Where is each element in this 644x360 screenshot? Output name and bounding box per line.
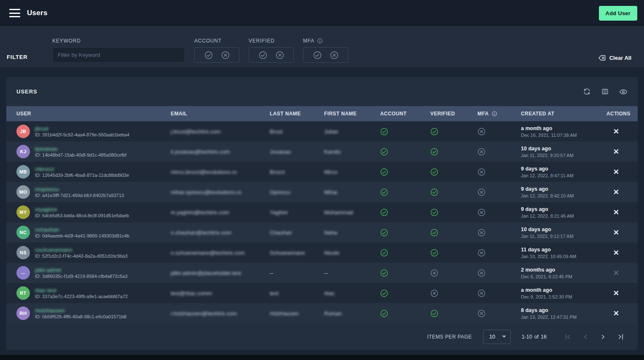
mfa-no-toggle[interactable] — [330, 51, 338, 59]
visibility-icon[interactable] — [619, 88, 628, 96]
delete-user-button[interactable]: ✕ — [612, 248, 620, 257]
created-relative: 10 days ago — [521, 227, 606, 232]
user-last-name: Yaghini — [270, 209, 287, 216]
keyword-input[interactable] — [52, 47, 185, 63]
verified-status-icon — [430, 208, 478, 216]
created-absolute: Jan 12, 2022, 8:21:45 AM — [521, 213, 606, 219]
account-yes-toggle[interactable] — [204, 51, 213, 59]
delete-user-button[interactable]: ✕ — [612, 228, 620, 237]
table-row: JB jbrust ID: 391b4d2f-5c92-4aa4-879e-55… — [6, 121, 638, 141]
user-name[interactable]: moprescu — [35, 187, 59, 192]
delete-user-button[interactable]: ✕ — [612, 208, 620, 217]
table-view-icon[interactable] — [601, 88, 609, 96]
clear-all-label: Clear All — [609, 55, 631, 61]
created-absolute: Jan 12, 2022, 8:47:11 AM — [521, 173, 606, 178]
delete-user-button[interactable]: ✕ — [612, 269, 620, 277]
first-page-button[interactable] — [564, 333, 572, 341]
user-first-name: Mihai — [324, 189, 337, 195]
avatar: JB — [16, 125, 30, 138]
mfa-toggle-group — [303, 47, 348, 63]
verified-status-icon — [430, 309, 478, 317]
info-icon — [491, 111, 497, 117]
user-id: ID: 337a3e7c-4223-49f9-a9e1-acaebbfd7a72 — [35, 294, 128, 299]
created-relative: 2 months ago — [521, 267, 606, 273]
user-name[interactable]: nchauhan — [35, 227, 59, 232]
pagination-bar: ITEMS PER PAGE 10 1-10of16 — [6, 323, 638, 350]
user-last-name: Oprescu — [270, 189, 290, 195]
account-filter: ACCOUNT — [194, 38, 239, 63]
menu-icon[interactable] — [9, 9, 20, 17]
mfa-yes-toggle[interactable] — [313, 51, 322, 59]
created-at-cell: 9 days ago Jan 12, 2022, 8:47:11 AM — [521, 166, 606, 178]
avatar: -- — [16, 266, 30, 280]
user-name[interactable]: plikt-admin — [35, 267, 62, 273]
delete-user-button[interactable]: ✕ — [612, 127, 620, 136]
table-header: USER EMAIL LAST NAME FIRST NAME ACCOUNT … — [6, 106, 638, 121]
created-relative: 9 days ago — [521, 186, 606, 192]
user-id: ID: a41e3fff-7d21-459d-bfcf-8402b7a93713 — [35, 193, 124, 198]
account-status-icon — [380, 289, 430, 297]
account-no-toggle[interactable] — [221, 51, 230, 59]
user-last-name: Schuenemann — [270, 250, 305, 256]
created-absolute: Jan 11, 2022, 9:12:17 AM — [521, 234, 606, 239]
verified-status-icon — [430, 148, 478, 156]
user-last-name: Chauhan — [270, 229, 292, 236]
delete-user-button[interactable]: ✕ — [612, 309, 620, 318]
user-name[interactable]: rbac-test — [35, 288, 56, 293]
user-last-name: Holzhausen — [270, 310, 299, 317]
next-page-button[interactable] — [599, 333, 607, 341]
user-first-name: Mohammad — [324, 209, 353, 216]
user-name[interactable]: jbrust — [35, 126, 48, 131]
user-name[interactable]: kjovaisas — [35, 146, 57, 152]
card-header: USERS — [6, 77, 638, 106]
created-relative: 8 days ago — [521, 307, 606, 313]
delete-user-button[interactable]: ✕ — [612, 147, 620, 156]
top-bar: Users Add User — [0, 0, 644, 26]
previous-page-button[interactable] — [581, 333, 590, 341]
created-relative: 11 days ago — [521, 247, 606, 253]
mfa-filter-label: MFA — [303, 38, 314, 44]
add-user-button[interactable]: Add User — [599, 6, 637, 21]
mfa-status-icon — [478, 148, 521, 156]
verified-yes-toggle[interactable] — [259, 51, 267, 59]
account-status-icon — [380, 309, 430, 317]
user-name[interactable]: mbrozzi — [35, 166, 54, 172]
account-status-icon — [380, 249, 430, 257]
created-absolute: Jan 12, 2022, 8:42:10 AM — [521, 193, 606, 198]
created-absolute: Dec 16, 2021, 11:07:38 AM — [521, 133, 606, 138]
verified-status-icon — [430, 249, 478, 257]
user-name[interactable]: nschuenemann — [35, 247, 72, 253]
items-per-page-label: ITEMS PER PAGE — [427, 334, 472, 340]
table-row: MO moprescu ID: a41e3fff-7d21-459d-bfcf-… — [6, 182, 638, 202]
col-mfa: MFA — [478, 111, 521, 117]
delete-user-button[interactable]: ✕ — [612, 289, 620, 298]
verified-no-toggle[interactable] — [276, 51, 284, 59]
user-first-name: Karolis — [324, 149, 341, 155]
verified-status-icon — [430, 168, 478, 176]
verified-status-icon — [430, 128, 478, 136]
clear-icon — [598, 54, 606, 62]
table-row: KJ kjovaisas ID: 14b48bd7-15ab-40df-9d1c… — [6, 141, 638, 162]
keyword-label: KEYWORD — [52, 38, 185, 44]
keyword-filter: KEYWORD — [52, 38, 185, 63]
created-absolute: Jan 11, 2022, 9:20:57 AM — [521, 153, 606, 158]
user-name[interactable]: rholzhausen — [35, 308, 65, 313]
user-id: ID: 52f1d2c2-f74c-4d43-8a2a-d051d1bc9ba3 — [35, 254, 128, 259]
mfa-status-icon — [478, 188, 521, 196]
user-first-name: Neha — [324, 229, 337, 236]
refresh-icon[interactable] — [583, 88, 591, 96]
table-row: MB mbrozzi ID: 12645d39-2bf6-4ba8-871a-1… — [6, 162, 638, 182]
account-status-icon — [380, 208, 430, 216]
mfa-status-icon — [478, 289, 521, 297]
delete-user-button[interactable]: ✕ — [612, 168, 620, 176]
clear-all-button[interactable]: Clear All — [598, 54, 631, 62]
user-id: ID: 391b4d2f-5c92-4aa4-879e-550aab1beba4 — [35, 133, 129, 137]
delete-user-button[interactable]: ✕ — [612, 188, 620, 197]
items-per-page-select[interactable]: 10 — [483, 330, 511, 344]
page-range: 1-10of16 — [522, 334, 547, 340]
col-actions: ACTIONS — [606, 111, 631, 117]
created-relative: a month ago — [521, 125, 606, 131]
user-name[interactable]: myaghini — [35, 207, 57, 212]
last-page-button[interactable] — [617, 333, 625, 341]
chevron-down-icon — [502, 336, 506, 338]
